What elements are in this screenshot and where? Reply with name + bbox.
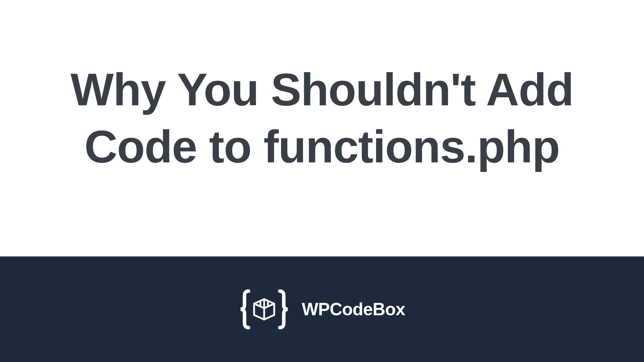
page-headline: Why You Shouldn't Add Code to functions.… xyxy=(25,61,619,175)
footer-brand-section: WPCodeBox xyxy=(0,256,644,362)
brand-name: WPCodeBox xyxy=(302,299,405,319)
hero-section: Why You Shouldn't Add Code to functions.… xyxy=(0,0,644,256)
brand-logo-icon xyxy=(239,289,289,330)
brand-logo-wrapper: WPCodeBox xyxy=(239,289,405,330)
